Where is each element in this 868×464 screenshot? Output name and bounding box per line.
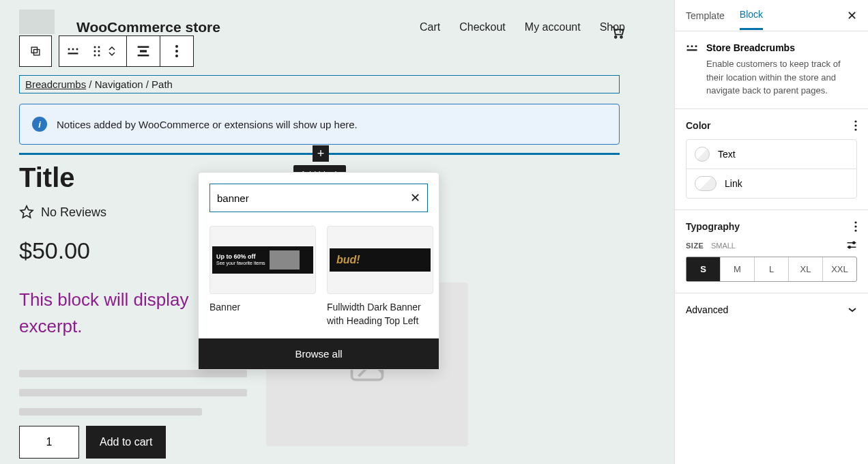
- clear-search-icon[interactable]: ✕: [410, 190, 420, 205]
- svg-point-18: [175, 50, 178, 53]
- svg-rect-16: [138, 55, 149, 57]
- color-options-icon[interactable]: [854, 120, 857, 131]
- product-reviews[interactable]: No Reviews: [19, 205, 106, 220]
- no-reviews-label: No Reviews: [41, 205, 106, 220]
- svg-point-27: [854, 124, 856, 126]
- color-link-row[interactable]: Link: [686, 169, 856, 198]
- settings-sidebar: Template Block ✕ Store Breadcrumbs Enabl…: [674, 0, 868, 464]
- svg-point-11: [98, 50, 100, 53]
- svg-point-33: [848, 246, 850, 248]
- skeleton-line: [19, 389, 247, 396]
- svg-rect-7: [68, 53, 78, 54]
- tab-template[interactable]: Template: [686, 2, 725, 29]
- svg-rect-15: [140, 50, 147, 52]
- main-navigation: Cart Checkout My account Shop: [420, 21, 625, 33]
- svg-point-0: [615, 36, 617, 38]
- svg-point-22: [687, 45, 689, 47]
- toolbar-drag-handle[interactable]: [87, 36, 107, 66]
- skeleton-line: [19, 370, 247, 377]
- site-title: WooCommerce store: [76, 19, 220, 35]
- color-link-label: Link: [725, 178, 742, 189]
- size-xl[interactable]: XL: [788, 257, 822, 281]
- advanced-label: Advanced: [686, 304, 728, 315]
- pattern-label: Banner: [209, 301, 316, 315]
- svg-point-1: [620, 36, 622, 38]
- cart-icon[interactable]: [610, 25, 625, 40]
- svg-point-26: [854, 120, 856, 122]
- close-sidebar-icon[interactable]: ✕: [847, 8, 857, 23]
- svg-point-29: [854, 221, 856, 223]
- svg-point-17: [175, 45, 178, 48]
- quantity-input[interactable]: 1: [19, 426, 79, 459]
- nav-cart[interactable]: Cart: [420, 21, 440, 33]
- breadcrumb-rest: / Navigation / Path: [86, 78, 173, 90]
- add-to-cart-button[interactable]: Add to cart: [86, 426, 166, 459]
- svg-rect-2: [31, 47, 37, 53]
- svg-point-5: [72, 48, 74, 50]
- svg-point-31: [854, 229, 856, 231]
- svg-point-28: [854, 128, 856, 130]
- svg-point-12: [94, 55, 96, 57]
- chevron-down-icon: [848, 307, 857, 313]
- toolbar-movers[interactable]: [107, 46, 126, 57]
- store-notices-block[interactable]: i Notices added by WooCommerce or extens…: [19, 104, 620, 145]
- toolbar-more-options[interactable]: [160, 36, 193, 66]
- tab-block[interactable]: Block: [740, 1, 763, 30]
- nav-my-account[interactable]: My account: [525, 21, 581, 33]
- svg-rect-25: [687, 49, 697, 50]
- svg-point-30: [854, 225, 856, 227]
- svg-point-24: [695, 45, 697, 47]
- block-inserter-popover: ✕ Up to 60% offSee your favorite items B…: [198, 172, 439, 370]
- toolbar-select-parent[interactable]: [20, 36, 51, 66]
- svg-point-10: [94, 50, 96, 53]
- block-description: Enable customers to keep track of their …: [706, 57, 857, 98]
- inserter-pattern-fullwidth-dark-banner[interactable]: bud! Fullwidth Dark Banner with Heading …: [327, 226, 433, 328]
- pattern-label: Fullwidth Dark Banner with Heading Top L…: [327, 301, 433, 328]
- inserter-search-input[interactable]: [217, 192, 410, 204]
- site-logo-placeholder: [19, 10, 55, 34]
- size-value: SMALL: [711, 242, 736, 250]
- svg-point-9: [98, 46, 100, 48]
- size-m[interactable]: M: [720, 257, 754, 281]
- product-price[interactable]: $50.00: [19, 237, 90, 264]
- toolbar-block-type[interactable]: [59, 36, 87, 66]
- pattern-thumbnail: bud!: [327, 226, 433, 294]
- breadcrumbs-block[interactable]: Breadcrumbs / Navigation / Path: [19, 75, 620, 93]
- inserter-pattern-banner[interactable]: Up to 60% offSee your favorite items Ban…: [209, 226, 316, 328]
- breadcrumb-first: Breadcrumbs: [25, 78, 86, 90]
- typography-options-icon[interactable]: [854, 221, 857, 232]
- add-block-button[interactable]: +: [313, 145, 329, 162]
- color-text-label: Text: [718, 149, 736, 160]
- svg-point-6: [76, 48, 78, 50]
- size-s[interactable]: S: [686, 257, 720, 281]
- svg-point-8: [94, 46, 96, 48]
- star-icon: [19, 205, 34, 220]
- size-l[interactable]: L: [754, 257, 788, 281]
- size-presets: S M L XL XXL: [686, 257, 857, 282]
- block-toolbar: [19, 35, 194, 67]
- svg-point-19: [175, 55, 178, 57]
- svg-rect-14: [138, 46, 149, 48]
- typography-section-title: Typography: [686, 221, 857, 232]
- color-swatch-icon: [695, 176, 717, 191]
- notice-text: Notices added by WooCommerce or extensio…: [57, 119, 358, 130]
- pattern-thumbnail: Up to 60% offSee your favorite items: [209, 226, 316, 294]
- color-section-title: Color: [686, 120, 857, 131]
- svg-point-32: [853, 242, 855, 244]
- advanced-panel[interactable]: Advanced: [675, 293, 868, 326]
- svg-point-13: [98, 55, 100, 57]
- nav-checkout[interactable]: Checkout: [459, 21, 506, 33]
- toolbar-align[interactable]: [127, 36, 160, 66]
- browse-all-button[interactable]: Browse all: [199, 338, 439, 369]
- svg-point-4: [68, 48, 70, 50]
- skeleton-line: [19, 408, 202, 416]
- custom-size-icon[interactable]: [846, 240, 857, 250]
- size-label: SIZE: [686, 242, 704, 250]
- product-title[interactable]: Title: [19, 162, 75, 193]
- inserter-search[interactable]: ✕: [209, 184, 428, 212]
- size-xxl[interactable]: XXL: [822, 257, 856, 281]
- svg-rect-3: [34, 50, 40, 55]
- block-name: Store Breadcrumbs: [706, 42, 857, 53]
- color-text-row[interactable]: Text: [686, 140, 856, 169]
- block-icon: [686, 42, 698, 52]
